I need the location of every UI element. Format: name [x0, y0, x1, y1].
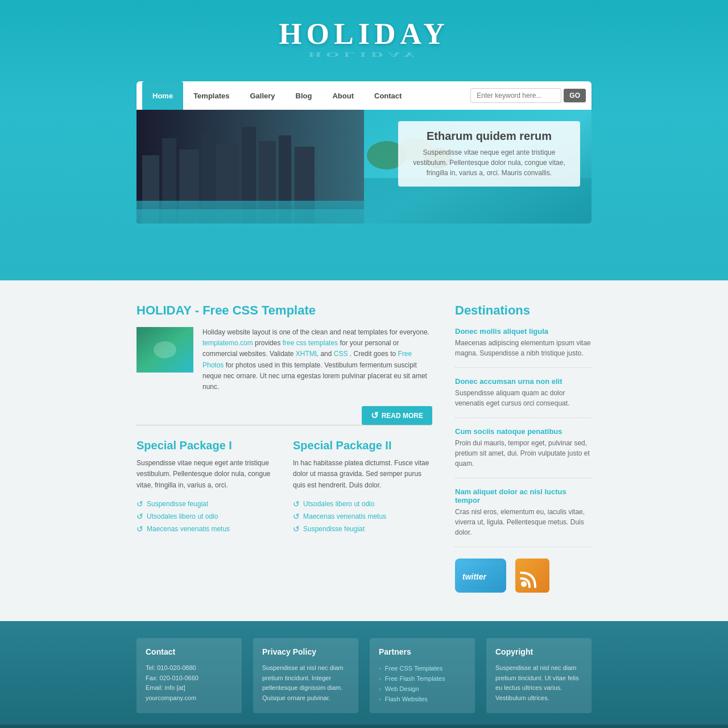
package-1-list: Suspendisse feugiat Utsodales libero ut …	[136, 498, 276, 535]
search-input[interactable]	[470, 88, 561, 103]
social-icons: twitter	[455, 559, 592, 593]
flash-websites-link[interactable]: Flash Websites	[385, 696, 428, 702]
dest-text-3: Proin dui mauris, tempor eget, pulvinar …	[455, 438, 592, 469]
list-item: Maecenas venenatis metus	[136, 523, 276, 535]
footer-partners-title: Partners	[379, 647, 466, 656]
footer-list-item: Web Design	[379, 684, 466, 694]
hero-body: Suspendisse vitae neque eget ante tristi…	[408, 147, 570, 178]
list-item: Maecenas venenatis metus	[293, 510, 432, 523]
footer-col-copyright: Copyright Suspendisse at nisl nec diam p…	[486, 638, 592, 713]
svg-point-18	[154, 341, 176, 358]
footer-list-item: Flash Websites	[379, 694, 466, 704]
footer-contact-text: Tel: 010-020-0880 Fax: 020-010-0660 Emai…	[146, 663, 233, 703]
nav-contact[interactable]: Contact	[364, 81, 412, 110]
dest-text-2: Suspendisse aliquam quam ac dolor venena…	[455, 388, 592, 408]
dest-link-3[interactable]: Cum sociis natoque penatibus	[455, 427, 592, 436]
footer-col-partners: Partners Free CSS Templates Free Flash T…	[370, 638, 475, 713]
footer-col-contact: Contact Tel: 010-020-0880 Fax: 020-010-0…	[136, 638, 242, 713]
read-more-icon: ↺	[371, 410, 378, 421]
footer-contact-title: Contact	[146, 647, 233, 656]
content-thumbnail	[136, 327, 193, 373]
nav-gallery[interactable]: Gallery	[239, 81, 285, 110]
css-link[interactable]: CSS	[334, 350, 348, 358]
dest-link-4[interactable]: Nam aliquet dolor ac nisl luctus tempor	[455, 487, 592, 504]
nav-home[interactable]: Home	[142, 81, 183, 110]
svg-point-22	[521, 581, 527, 587]
dest-item-2: Donec accumsan urna non elit Suspendisse…	[455, 377, 592, 418]
footer-bottom: www.heritagechristiancollege.com Copyrig…	[0, 725, 728, 728]
rss-icon[interactable]	[515, 559, 549, 593]
hero-banner: Etharum quidem rerum Suspendisse vitae n…	[136, 110, 592, 224]
package-1-text: Suspendisse vitae neque eget ante tristi…	[136, 458, 276, 491]
footer-col-privacy: Privacy Policy Suspendisse at nisl nec d…	[253, 638, 358, 713]
main-content: HOLIDAY - Free CSS Template	[136, 303, 432, 593]
packages-section: Special Package I Suspendisse vitae nequ…	[136, 439, 432, 535]
content-body: Holiday website layout is one of the cle…	[202, 327, 432, 392]
dest-item-4: Nam aliquet dolor ac nisl luctus tempor …	[455, 487, 592, 547]
free-css-templates-link[interactable]: Free CSS Templates	[385, 665, 442, 672]
footer-partners-list: Free CSS Templates Free Flash Templates …	[379, 663, 466, 704]
list-item: Utsodales libero ut odio	[293, 498, 432, 510]
footer-copyright-title: Copyright	[495, 647, 582, 656]
web-design-link[interactable]: Web Design	[385, 685, 419, 692]
site-title-reflection: HOLIDAY	[136, 51, 592, 59]
nav-templates[interactable]: Templates	[183, 81, 239, 110]
sidebar-title: Destinations	[455, 303, 592, 318]
svg-text:twitter: twitter	[462, 572, 487, 581]
footer-copyright-text: Suspendisse at nisl nec diam pretium tin…	[495, 663, 582, 703]
package-2: Special Package II In hac habitasse plat…	[293, 439, 432, 535]
sidebar: Destinations Donec mollis aliquet ligula…	[455, 303, 592, 593]
twitter-icon[interactable]: twitter	[455, 559, 506, 593]
package-2-text: In hac habitasse platea dictumst. Fusce …	[293, 458, 432, 491]
nav-about[interactable]: About	[322, 81, 364, 110]
footer: Contact Tel: 010-020-0880 Fax: 020-010-0…	[0, 621, 728, 728]
hero-text-box: Etharum quidem rerum Suspendisse vitae n…	[398, 121, 580, 187]
dest-item-3: Cum sociis natoque penatibus Proin dui m…	[455, 427, 592, 478]
free-flash-templates-link[interactable]: Free Flash Templates	[385, 675, 445, 682]
xhtml-link[interactable]: XHTML	[296, 350, 318, 358]
read-more-button[interactable]: ↺ READ MORE	[362, 406, 432, 425]
search-button[interactable]: GO	[564, 89, 586, 102]
site-title: HOLIDAY	[136, 17, 592, 51]
package-2-list: Utsodales libero ut odio Maecenas venena…	[293, 498, 432, 535]
list-item: Suspendisse feugiat	[293, 523, 432, 535]
main-title: HOLIDAY - Free CSS Template	[136, 303, 432, 318]
package-1-title: Special Package I	[136, 439, 276, 452]
nav-blog[interactable]: Blog	[286, 81, 322, 110]
dest-link-1[interactable]: Donec mollis aliquet ligula	[455, 327, 592, 336]
list-item: Suspendisse feugiat	[136, 498, 276, 510]
templatemo-link[interactable]: templatemo.com	[202, 339, 253, 347]
list-item: Utsodales libero ut odio	[136, 510, 276, 523]
footer-privacy-text: Suspendisse at nisl nec diam pretium tin…	[262, 663, 349, 703]
package-2-title: Special Package II	[293, 439, 432, 452]
dest-text-4: Cras nisl eros, elementum eu, iaculis vi…	[455, 507, 592, 537]
dest-item-1: Donec mollis aliquet ligula Maecenas adi…	[455, 327, 592, 368]
footer-privacy-title: Privacy Policy	[262, 647, 349, 656]
dest-link-2[interactable]: Donec accumsan urna non elit	[455, 377, 592, 386]
footer-list-item: Free CSS Templates	[379, 663, 466, 673]
free-css-link[interactable]: free css templates	[283, 339, 338, 347]
package-1: Special Package I Suspendisse vitae nequ…	[136, 439, 276, 535]
footer-list-item: Free Flash Templates	[379, 673, 466, 684]
hero-heading: Etharum quidem rerum	[408, 130, 570, 143]
dest-text-1: Maecenas adipiscing elementum ipsum vita…	[455, 338, 592, 358]
